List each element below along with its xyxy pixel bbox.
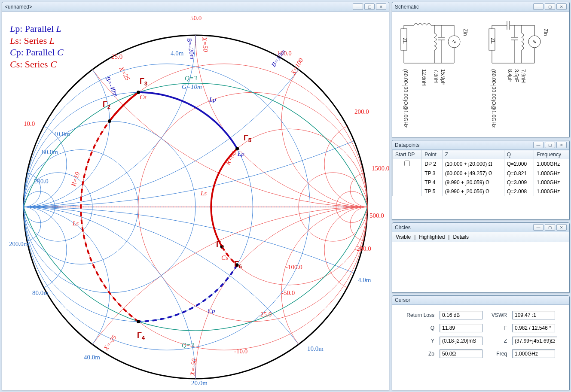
- smith-chart-canvas[interactable]: Lp: Parallel L Ls: Series L Cp: Parallel…: [2, 12, 389, 390]
- svg-text:12.6nH: 12.6nH: [421, 69, 427, 86]
- circles-headers: Visible| Highlighted| Details: [392, 232, 569, 242]
- lbl-adm-40m: 40.0m: [84, 354, 100, 361]
- dp-cell-freq: 1.000GHz: [534, 169, 569, 178]
- cursor-freq-value: 1.000GHz: [512, 349, 555, 358]
- lbl-bot-10: -10.0: [234, 348, 247, 355]
- datapoints-scroll[interactable]: Start DP Point Z Q Frequency DP 2(10.000…: [392, 150, 569, 219]
- table-row[interactable]: TP 5(9.990 + j20.056) ΩQ=2.0081.000GHz: [393, 187, 569, 196]
- table-row[interactable]: TP 3(60.000 + j49.257) ΩQ=0.8211.000GHz: [393, 169, 569, 178]
- cursor-gamma-label: Γ: [488, 325, 507, 331]
- dp-cell-z: (9.990 + j20.056) Ω: [442, 187, 504, 196]
- svg-text:7.3nH: 7.3nH: [433, 69, 439, 83]
- lbl-adm-40t: 40.0m: [54, 131, 70, 137]
- svg-point-34: [2, 207, 67, 293]
- dp-cell-point: TP 4: [422, 178, 442, 187]
- dp-cell-freq: 1.000GHz: [534, 187, 569, 196]
- circles-h-highlighted[interactable]: Highlighted: [419, 234, 445, 240]
- lbl-X25: X=25: [118, 65, 131, 82]
- dp-h-freq[interactable]: Frequency: [534, 150, 569, 159]
- smith-titlebar[interactable]: <unnamed> — ▢ ✕: [2, 2, 389, 12]
- svg-point-27: [2, 12, 195, 207]
- lbl-X100: X=100: [289, 57, 304, 76]
- svg-point-40: [108, 119, 111, 123]
- ann-Cs1: Cs: [140, 94, 147, 100]
- dp-cell-z: (60.000 + j49.257) Ω: [442, 169, 504, 178]
- cursor-rl-value: 0.16 dB: [440, 311, 482, 319]
- close-icon[interactable]: ✕: [376, 3, 386, 10]
- cursor-q-label: Q: [400, 325, 434, 331]
- svg-text:ZL: ZL: [490, 38, 496, 44]
- cursor-gamma-value: 0.982 / 12.546 °: [512, 324, 555, 332]
- table-row[interactable]: DP 2(10.000 + j20.000) ΩQ=2.0001.000GHz: [393, 159, 569, 169]
- dp-cell-q: Q=2.008: [504, 187, 534, 196]
- start-dp-checkbox[interactable]: [404, 161, 410, 166]
- dp-h-point[interactable]: Point: [422, 150, 442, 159]
- ann-Q3-bot: Q=3: [182, 342, 194, 349]
- lbl-Xn50: X=-50: [189, 358, 197, 376]
- svg-text:ZL: ZL: [402, 38, 408, 44]
- dp-cell-freq: 1.000GHz: [534, 159, 569, 169]
- smith-chart-window: <unnamed> — ▢ ✕ Lp: Parallel L Ls: Serie…: [2, 2, 389, 390]
- lbl-top-25: 25.0: [111, 53, 122, 60]
- svg-point-16: [324, 121, 389, 207]
- svg-text:Zin: Zin: [462, 29, 468, 36]
- smith-chart-svg: 50.0 25.0 100.0 200.0 1500.0 500.0 -200.…: [2, 12, 389, 391]
- dp-cell-z: (10.000 + j20.000) Ω: [442, 159, 504, 169]
- lbl-adm-80m: 80.0m: [32, 289, 49, 296]
- svg-text:15.9pF: 15.9pF: [440, 69, 446, 85]
- svg-text:Zin: Zin: [543, 29, 549, 36]
- close-icon[interactable]: ✕: [556, 224, 567, 231]
- lbl-adm-10m: 10.0m: [307, 345, 324, 352]
- datapoints-table: Start DP Point Z Q Frequency DP 2(10.000…: [392, 150, 569, 196]
- datapoints-titlebar[interactable]: Datapoints — ▢ ✕: [392, 140, 569, 150]
- maximize-icon[interactable]: ▢: [545, 224, 555, 231]
- maximize-icon[interactable]: ▢: [545, 3, 555, 10]
- lbl-adm-200m: 200.0m: [9, 240, 29, 247]
- lbl-adm-4mr: 4.0m: [358, 277, 371, 283]
- cursor-window: Cursor Return Loss 0.16 dB VSWR 109.47 :…: [392, 295, 570, 390]
- cursor-y-label: Y: [400, 338, 434, 344]
- svg-text:∿: ∿: [452, 39, 456, 45]
- cursor-titlebar[interactable]: Cursor: [392, 296, 569, 305]
- maximize-icon[interactable]: ▢: [364, 3, 375, 10]
- lbl-adm-200t: 200.0: [34, 178, 49, 185]
- circles-h-visible[interactable]: Visible: [396, 234, 411, 240]
- minimize-icon[interactable]: —: [533, 224, 544, 231]
- dp-h-start[interactable]: Start DP: [393, 150, 422, 159]
- lbl-Bn40: B=-40m: [104, 76, 119, 98]
- smith-title: <unnamed>: [5, 4, 32, 10]
- minimize-icon[interactable]: —: [533, 3, 544, 10]
- close-icon[interactable]: ✕: [556, 3, 567, 10]
- dp-h-q[interactable]: Q: [504, 150, 534, 159]
- svg-text:(60.00-j30.00)Ω@1.0GHz: (60.00-j30.00)Ω@1.0GHz: [403, 69, 409, 128]
- svg-point-42: [137, 320, 140, 323]
- circles-h-details[interactable]: Details: [453, 234, 469, 240]
- lbl-left-10: 10.0: [24, 120, 35, 127]
- svg-point-11: [195, 207, 389, 391]
- gamma-5: Γ5: [244, 134, 251, 143]
- minimize-icon[interactable]: —: [353, 3, 363, 10]
- lbl-bot-200: -200.0: [354, 245, 371, 252]
- svg-point-32: [2, 207, 195, 391]
- cursor-vswr-value: 109.47 :1: [512, 311, 555, 319]
- schematic-canvas: ZL∿Zin(60.00-j30.00)Ω@1.0GHz12.6nH7.3nH1…: [392, 12, 569, 137]
- schematic-titlebar[interactable]: Schematic — ▢ ✕: [392, 2, 569, 12]
- schematic-window: Schematic — ▢ ✕ ZL∿Zin(60.00-j30.00)Ω@1.…: [392, 2, 570, 137]
- gamma-1: Γ1: [216, 240, 224, 250]
- ann-Lp1: Lp: [209, 96, 216, 103]
- close-icon[interactable]: ✕: [556, 142, 567, 148]
- table-row[interactable]: TP 4(9.990 + j30.059) ΩQ=3.0091.000GHz: [393, 178, 569, 187]
- cursor-z-value: (37.99+j451.69)Ω: [512, 337, 557, 345]
- circles-titlebar[interactable]: Circles — ▢ ✕: [392, 223, 569, 232]
- maximize-icon[interactable]: ▢: [545, 142, 555, 148]
- circles-body[interactable]: [392, 242, 569, 292]
- svg-point-26: [2, 35, 110, 207]
- lbl-X50: X=50: [201, 36, 209, 52]
- lbl-top-50: 50.0: [190, 15, 202, 21]
- ann-Cs2: Cs: [221, 254, 228, 261]
- dp-h-z[interactable]: Z: [442, 150, 504, 159]
- minimize-icon[interactable]: —: [533, 142, 544, 148]
- svg-point-36: [14, 12, 376, 331]
- gamma-4: Γ4: [137, 331, 145, 341]
- svg-point-10: [281, 207, 389, 379]
